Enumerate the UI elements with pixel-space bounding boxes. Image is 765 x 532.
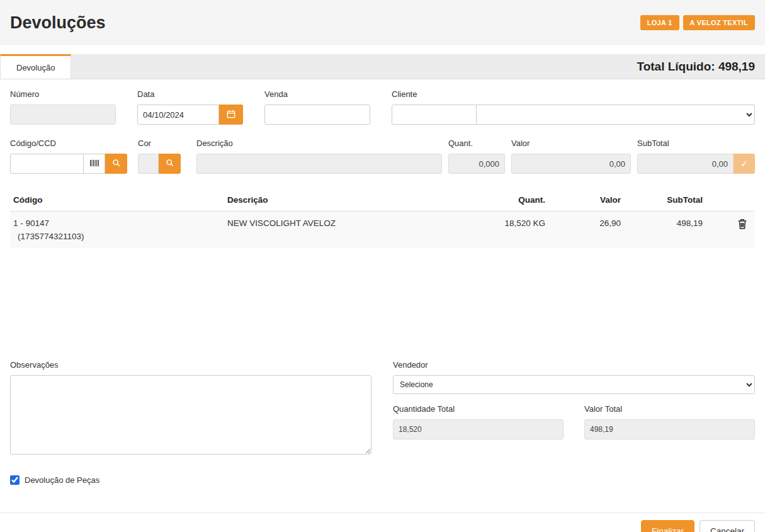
table-header: Código Descrição Quant. Valor SubTotal xyxy=(10,189,755,212)
field-quantidade-total: Quantidade Total xyxy=(393,404,564,439)
field-data: Data xyxy=(137,89,243,125)
cliente-label: Cliente xyxy=(392,89,755,99)
items-table: Código Descrição Quant. Valor SubTotal 1… xyxy=(10,189,755,358)
valor-total-input xyxy=(584,419,755,439)
search-icon xyxy=(166,159,174,169)
confirm-item-button[interactable]: ✓ xyxy=(734,154,755,174)
data-input-group xyxy=(137,105,243,125)
cor-label: Cor xyxy=(138,139,181,148)
valor-total-label: Valor Total xyxy=(584,404,755,414)
subtotal-input-group: ✓ xyxy=(637,154,755,174)
check-icon: ✓ xyxy=(740,159,748,169)
field-valor-total: Valor Total xyxy=(584,404,755,439)
cliente-select[interactable] xyxy=(477,105,755,125)
footer-bar: Finalizar Cancelar xyxy=(0,512,765,532)
total-liquido: Total Líquido: 498,19 xyxy=(637,60,755,74)
cor-input xyxy=(138,154,159,174)
col-header-subtotal: SubTotal xyxy=(624,189,706,211)
col-header-codigo: Código xyxy=(10,189,224,211)
search-icon xyxy=(112,159,120,169)
calendar-icon xyxy=(227,110,235,120)
quant-label: Quant. xyxy=(448,139,505,148)
cell-actions xyxy=(706,212,755,248)
trash-icon xyxy=(737,222,747,231)
cell-quant: 18,520 KG xyxy=(476,212,548,248)
quant-input xyxy=(448,154,505,174)
bottom-section: Observações Vendedor Selecione Quantidad… xyxy=(10,360,755,456)
subtotal-label: SubTotal xyxy=(637,139,755,148)
col-header-descricao: Descrição xyxy=(224,189,476,211)
store-badge[interactable]: LOJA 1 xyxy=(640,15,679,30)
finalizar-button[interactable]: Finalizar xyxy=(641,520,694,532)
cell-descricao: NEW VISCOLIGHT AVELOZ xyxy=(224,212,476,248)
delete-item-button[interactable] xyxy=(737,218,747,229)
devolucao-pecas-label[interactable]: Devolução de Peças xyxy=(25,475,99,485)
data-input[interactable] xyxy=(137,105,219,125)
venda-input[interactable] xyxy=(264,105,370,125)
field-codigo-ccd: Código/CCD xyxy=(10,139,127,174)
codigo-detail: (1735774321103) xyxy=(13,232,221,241)
totals-row: Quantidade Total Valor Total xyxy=(393,404,755,439)
main-content: Número Data xyxy=(0,79,765,495)
observacoes-label: Observações xyxy=(10,360,371,370)
form-row-1: Número Data xyxy=(10,89,755,125)
field-vendedor: Vendedor Selecione xyxy=(393,360,755,394)
field-cor: Cor xyxy=(138,139,181,174)
devolucao-pecas-row: Devolução de Peças xyxy=(10,475,755,485)
company-badge[interactable]: A VELOZ TEXTIL xyxy=(683,15,755,30)
observacoes-textarea[interactable] xyxy=(10,375,371,455)
field-subtotal: SubTotal ✓ xyxy=(637,139,755,174)
col-header-actions xyxy=(706,189,755,211)
cor-search-button[interactable] xyxy=(159,154,181,174)
quantidade-total-label: Quantidade Total xyxy=(393,404,564,414)
cancelar-button[interactable]: Cancelar xyxy=(700,520,755,532)
field-cliente: Cliente xyxy=(392,89,755,125)
field-venda: Venda xyxy=(264,89,370,125)
table-row: 1 - 90147 (1735774321103) NEW VISCOLIGHT… xyxy=(10,212,755,248)
numero-label: Número xyxy=(10,89,116,99)
barcode-button[interactable] xyxy=(84,154,105,174)
numero-input xyxy=(10,105,116,125)
codigo-value: 1 - 90147 xyxy=(13,218,221,228)
field-observacoes: Observações xyxy=(10,360,371,456)
field-valor: Valor xyxy=(511,139,631,174)
cliente-code-input[interactable] xyxy=(392,105,477,125)
descricao-input xyxy=(196,154,442,174)
form-row-2: Código/CCD xyxy=(10,139,755,174)
barcode-icon xyxy=(90,159,99,169)
cor-input-group xyxy=(138,154,181,174)
valor-input xyxy=(511,154,631,174)
descricao-label: Descrição xyxy=(196,139,442,148)
codigo-search-button[interactable] xyxy=(105,154,127,174)
tab-devolucao[interactable]: Devolução xyxy=(0,54,71,79)
vendedor-label: Vendedor xyxy=(393,360,755,370)
cliente-input-group xyxy=(392,105,755,125)
cell-subtotal: 498,19 xyxy=(624,212,706,248)
codigo-ccd-input[interactable] xyxy=(10,154,84,174)
codigo-input-group xyxy=(10,154,127,174)
col-header-quant: Quant. xyxy=(476,189,548,211)
quantidade-total-input xyxy=(393,419,564,439)
header-badges: LOJA 1 A VELOZ TEXTIL xyxy=(640,15,755,30)
col-header-valor: Valor xyxy=(548,189,624,211)
cell-valor: 26,90 xyxy=(548,212,624,248)
totals-column: Vendedor Selecione Quantidade Total Valo… xyxy=(393,360,755,456)
field-quant: Quant. xyxy=(448,139,505,174)
page-title: Devoluções xyxy=(10,13,106,33)
calendar-button[interactable] xyxy=(219,105,243,125)
page-header: Devoluções LOJA 1 A VELOZ TEXTIL xyxy=(0,0,765,45)
field-numero: Número xyxy=(10,89,116,125)
venda-label: Venda xyxy=(264,89,370,99)
data-label: Data xyxy=(137,89,243,99)
devolucoes-page: Devoluções LOJA 1 A VELOZ TEXTIL Devoluç… xyxy=(0,0,765,532)
tab-bar: Devolução Total Líquido: 498,19 xyxy=(0,54,765,79)
valor-label: Valor xyxy=(511,139,631,148)
devolucao-pecas-checkbox[interactable] xyxy=(10,475,20,485)
subtotal-input xyxy=(637,154,734,174)
codigo-ccd-label: Código/CCD xyxy=(10,139,127,148)
field-descricao: Descrição xyxy=(196,139,442,174)
vendedor-select[interactable]: Selecione xyxy=(393,375,755,394)
cell-codigo: 1 - 90147 (1735774321103) xyxy=(10,212,224,248)
